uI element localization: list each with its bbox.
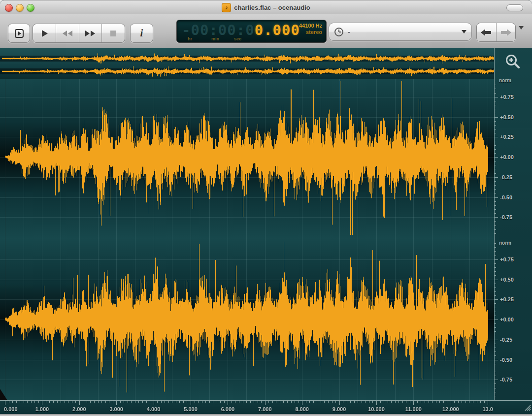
rewind-button[interactable]	[56, 24, 79, 42]
preview-play-button[interactable]	[8, 24, 30, 43]
ruler-label: +0.00	[500, 317, 514, 322]
axis-tick	[488, 401, 488, 405]
ruler-tick	[495, 259, 498, 260]
time-digits: -00:00:00.000	[182, 22, 300, 38]
fast-forward-button[interactable]	[79, 24, 102, 42]
toolbar-overflow-button[interactable]	[519, 30, 524, 38]
info-label: i	[140, 27, 143, 39]
play-icon	[40, 29, 49, 38]
ruler-tick	[495, 85, 496, 85]
stop-button[interactable]	[102, 24, 125, 42]
ruler-tick	[495, 129, 496, 129]
axis-tick	[395, 401, 396, 403]
axis-label: 11.000	[405, 406, 422, 412]
ruler-tick	[495, 388, 496, 388]
ruler-tick	[495, 185, 496, 186]
axis-tick	[53, 401, 54, 403]
chevron-down-icon	[462, 30, 466, 33]
back-button[interactable]	[477, 23, 497, 41]
axis-tick	[287, 401, 288, 403]
axis-tick	[246, 401, 247, 403]
ruler-tick	[495, 376, 496, 376]
main-waveform[interactable]	[0, 79, 494, 400]
nav-button-group	[476, 23, 516, 42]
axis-tick	[120, 401, 121, 403]
axis-tick	[276, 401, 276, 403]
axis-tick	[27, 401, 28, 403]
ruler-tick	[495, 177, 498, 178]
axis-tick	[232, 401, 232, 403]
axis-tick	[157, 401, 158, 403]
ruler-tick	[495, 97, 498, 97]
axis-tick	[68, 401, 68, 403]
ruler-tick	[495, 247, 496, 248]
format-info: 44100 Hz stereo	[299, 23, 322, 35]
ruler-tick	[495, 344, 496, 344]
ruler-tick	[495, 312, 496, 312]
axis-tick	[205, 401, 206, 403]
axis-tick	[101, 401, 102, 403]
ruler-tick	[495, 189, 496, 190]
ruler-label: +0.50	[500, 277, 514, 283]
playhead-marker[interactable]	[0, 389, 8, 400]
ruler-tick	[495, 153, 496, 154]
ruler-label: -0.25	[500, 337, 512, 343]
axis-tick	[358, 401, 358, 403]
ruler-tick	[495, 336, 496, 336]
time-ruler[interactable]: 0.0001.0002.0003.0004.0005.0006.0007.000…	[0, 400, 532, 414]
axis-tick	[142, 401, 143, 403]
axis-tick	[154, 401, 154, 405]
axis-tick	[213, 401, 213, 403]
resize-grip[interactable]	[522, 402, 531, 411]
axis-tick	[176, 401, 176, 403]
axis-label: 10.000	[368, 406, 385, 412]
forward-button[interactable]	[497, 23, 516, 41]
axis-tick	[399, 401, 399, 403]
transport-button-group	[33, 24, 125, 43]
axis-tick	[462, 401, 462, 403]
axis-tick	[417, 401, 418, 403]
ruler-tick	[495, 217, 498, 218]
unit-sec-label: sec	[234, 36, 241, 41]
toolbar: i -00:00:00.000 hr min sec 44100 Hz ster…	[0, 14, 532, 49]
axis-tick	[328, 401, 329, 403]
axis-tick	[302, 401, 302, 405]
axis-tick	[46, 401, 46, 403]
axis-tick	[369, 401, 369, 403]
unit-min-label: min	[211, 36, 219, 41]
ruler-tick	[495, 288, 496, 288]
axis-tick	[306, 401, 306, 403]
ruler-label: -0.50	[500, 357, 512, 363]
axis-tick	[421, 401, 421, 403]
axis-label: 5.000	[184, 406, 198, 412]
axis-tick	[332, 401, 332, 403]
ruler-tick	[495, 81, 496, 81]
overview-waveform[interactable]	[0, 48, 494, 79]
axis-tick	[146, 401, 147, 403]
arrow-left-icon	[481, 29, 492, 36]
axis-tick	[239, 401, 239, 403]
ruler-tick	[495, 372, 496, 372]
ruler-tick	[495, 233, 496, 234]
zoom-in-icon[interactable]	[504, 53, 521, 70]
ruler-tick	[495, 193, 496, 193]
axis-tick	[258, 401, 258, 403]
axis-tick	[228, 401, 228, 405]
axis-label: 1.000	[35, 406, 49, 412]
axis-tick	[384, 401, 384, 403]
axis-tick	[42, 401, 42, 405]
ruler-tick	[495, 308, 496, 308]
ruler-tick	[495, 229, 496, 230]
axis-tick	[31, 401, 32, 403]
axis-tick	[447, 401, 447, 403]
axis-tick	[272, 401, 273, 403]
play-button[interactable]	[33, 24, 56, 42]
ruler-tick	[495, 392, 496, 392]
info-button[interactable]: i	[130, 24, 153, 43]
axis-tick	[135, 401, 135, 403]
axis-tick	[469, 401, 469, 403]
toolbar-lozenge-button[interactable]	[506, 4, 523, 11]
axis-tick	[484, 401, 485, 403]
time-format-select[interactable]: -	[329, 23, 472, 41]
time-current: 0.000	[255, 22, 300, 38]
